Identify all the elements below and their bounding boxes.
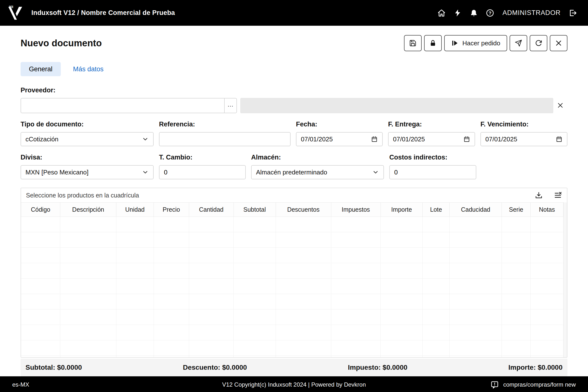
grid-cell[interactable] bbox=[530, 310, 563, 325]
grid-cell[interactable] bbox=[21, 340, 60, 356]
grid-cell[interactable] bbox=[189, 325, 234, 340]
grid-cell[interactable] bbox=[530, 340, 563, 356]
grid-cell[interactable] bbox=[189, 232, 234, 248]
grid-cell[interactable] bbox=[502, 248, 531, 263]
grid-cell[interactable] bbox=[422, 310, 450, 325]
grid-cell[interactable] bbox=[530, 356, 563, 358]
grid-cell[interactable] bbox=[21, 232, 60, 248]
grid-cell[interactable] bbox=[530, 217, 563, 232]
grid-cell[interactable] bbox=[234, 294, 276, 310]
grid-cell[interactable] bbox=[380, 263, 422, 278]
grid-cell[interactable] bbox=[530, 294, 563, 310]
grid-cell[interactable] bbox=[422, 278, 450, 294]
grid-cell[interactable] bbox=[502, 310, 531, 325]
grid-cell[interactable] bbox=[276, 217, 331, 232]
grid-cell[interactable] bbox=[276, 248, 331, 263]
grid-cell[interactable] bbox=[60, 232, 116, 248]
grid-cell[interactable] bbox=[189, 217, 234, 232]
send-button[interactable] bbox=[510, 35, 527, 51]
grid-cell[interactable] bbox=[154, 217, 189, 232]
grid-cell[interactable] bbox=[154, 232, 189, 248]
grid-cell[interactable] bbox=[60, 263, 116, 278]
grid-cell[interactable] bbox=[422, 294, 450, 310]
referencia-input[interactable] bbox=[164, 136, 286, 143]
grid-cell[interactable] bbox=[189, 248, 234, 263]
home-icon[interactable] bbox=[437, 9, 446, 17]
grid-cell[interactable] bbox=[331, 232, 380, 248]
grid-vertical-scrollbar[interactable] bbox=[564, 202, 567, 357]
grid-cell[interactable] bbox=[60, 278, 116, 294]
grid-cell[interactable] bbox=[234, 232, 276, 248]
grid-cell[interactable] bbox=[116, 310, 154, 325]
proveedor-clear-button[interactable] bbox=[553, 98, 568, 113]
grid-cell[interactable] bbox=[276, 340, 331, 356]
grid-cell[interactable] bbox=[422, 232, 450, 248]
grid-cell[interactable] bbox=[331, 217, 380, 232]
grid-cell[interactable] bbox=[276, 356, 331, 358]
grid-cell[interactable] bbox=[116, 294, 154, 310]
grid-cell[interactable] bbox=[502, 263, 531, 278]
grid-cell[interactable] bbox=[502, 356, 531, 358]
grid-cell[interactable] bbox=[154, 278, 189, 294]
grid-cell[interactable] bbox=[450, 263, 502, 278]
grid-cell[interactable] bbox=[276, 310, 331, 325]
grid-cell[interactable] bbox=[450, 217, 502, 232]
grid-cell[interactable] bbox=[154, 248, 189, 263]
grid-cell[interactable] bbox=[331, 356, 380, 358]
grid-cell[interactable] bbox=[189, 340, 234, 356]
close-button[interactable] bbox=[550, 35, 568, 51]
grid-cell[interactable] bbox=[189, 294, 234, 310]
grid-cell[interactable] bbox=[380, 217, 422, 232]
grid-cell[interactable] bbox=[116, 217, 154, 232]
grid-cell[interactable] bbox=[234, 263, 276, 278]
grid-cell[interactable] bbox=[331, 325, 380, 340]
remove-row-button[interactable] bbox=[554, 191, 562, 200]
grid-cell[interactable] bbox=[502, 278, 531, 294]
grid-cell[interactable] bbox=[380, 248, 422, 263]
logout-icon[interactable] bbox=[569, 9, 577, 17]
grid-cell[interactable] bbox=[422, 356, 450, 358]
grid-cell[interactable] bbox=[450, 278, 502, 294]
grid-cell[interactable] bbox=[276, 325, 331, 340]
grid-cell[interactable] bbox=[116, 263, 154, 278]
grid-cell[interactable] bbox=[234, 356, 276, 358]
grid-cell[interactable] bbox=[60, 294, 116, 310]
hacer-pedido-button[interactable]: Hacer pedido bbox=[444, 35, 507, 51]
grid-cell[interactable] bbox=[530, 263, 563, 278]
grid-cell[interactable] bbox=[380, 232, 422, 248]
grid-cell[interactable] bbox=[380, 356, 422, 358]
grid-cell[interactable] bbox=[450, 248, 502, 263]
t-cambio-input[interactable] bbox=[164, 168, 241, 176]
grid-cell[interactable] bbox=[276, 232, 331, 248]
grid-cell[interactable] bbox=[21, 248, 60, 263]
grid-cell[interactable] bbox=[502, 217, 531, 232]
grid-cell[interactable] bbox=[116, 325, 154, 340]
grid-cell[interactable] bbox=[331, 340, 380, 356]
tab-general[interactable]: General bbox=[20, 62, 61, 76]
grid-cell[interactable] bbox=[234, 340, 276, 356]
grid-cell[interactable] bbox=[189, 356, 234, 358]
grid-cell[interactable] bbox=[116, 278, 154, 294]
grid-cell[interactable] bbox=[530, 248, 563, 263]
grid-cell[interactable] bbox=[60, 248, 116, 263]
grid-cell[interactable] bbox=[21, 356, 60, 358]
grid-cell[interactable] bbox=[380, 294, 422, 310]
f-vencimiento-date-input[interactable]: 07/01/2025 bbox=[480, 132, 568, 146]
grid-cell[interactable] bbox=[234, 248, 276, 263]
grid-cell[interactable] bbox=[154, 340, 189, 356]
proveedor-code-input[interactable] bbox=[20, 98, 224, 113]
message-alert-icon[interactable] bbox=[490, 380, 499, 389]
grid-cell[interactable] bbox=[331, 248, 380, 263]
grid-cell[interactable] bbox=[234, 217, 276, 232]
grid-cell[interactable] bbox=[422, 217, 450, 232]
grid-cell[interactable] bbox=[380, 325, 422, 340]
costos-indirectos-input[interactable] bbox=[394, 168, 472, 176]
grid-cell[interactable] bbox=[450, 232, 502, 248]
grid-cell[interactable] bbox=[530, 278, 563, 294]
grid-cell[interactable] bbox=[331, 263, 380, 278]
grid-cell[interactable] bbox=[276, 294, 331, 310]
lock-button[interactable] bbox=[424, 35, 442, 51]
user-name[interactable]: ADMINISTRADOR bbox=[502, 9, 560, 17]
grid-cell[interactable] bbox=[450, 325, 502, 340]
grid-cell[interactable] bbox=[234, 310, 276, 325]
